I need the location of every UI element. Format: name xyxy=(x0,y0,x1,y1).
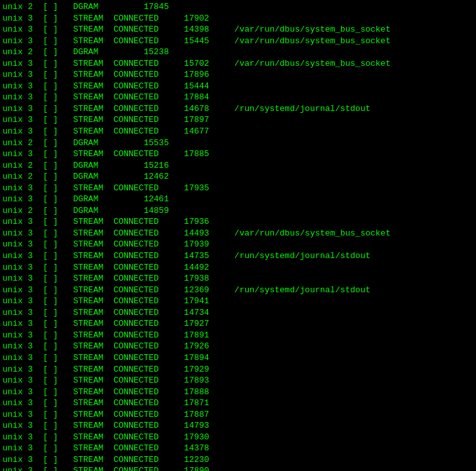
table-row: unix 3 [ ] STREAM CONNECTED 17891 xyxy=(3,330,473,341)
table-row: unix 3 [ ] STREAM CONNECTED 17927 xyxy=(3,318,473,330)
table-row: unix 3 [ ] STREAM CONNECTED 17887 xyxy=(3,409,473,421)
table-row: unix 3 [ ] STREAM CONNECTED 17897 xyxy=(3,114,473,126)
table-row: unix 3 [ ] STREAM CONNECTED 14398 /var/r… xyxy=(3,24,473,35)
table-row: unix 3 [ ] STREAM CONNECTED 14793 xyxy=(3,420,473,432)
table-row: unix 3 [ ] STREAM CONNECTED 17896 xyxy=(3,69,473,81)
table-row: unix 3 [ ] STREAM CONNECTED 17894 xyxy=(3,352,473,364)
table-row: unix 3 [ ] STREAM CONNECTED 17936 xyxy=(3,216,473,228)
table-row: unix 3 [ ] STREAM CONNECTED 14492 xyxy=(3,262,473,274)
table-row: unix 3 [ ] STREAM CONNECTED 14677 xyxy=(3,126,473,137)
table-row: unix 3 [ ] STREAM CONNECTED 15444 xyxy=(3,81,473,92)
table-row: unix 3 [ ] STREAM CONNECTED 17884 xyxy=(3,92,473,103)
table-row: unix 3 [ ] STREAM CONNECTED 14378 xyxy=(3,443,473,454)
table-row: unix 3 [ ] DGRAM 12461 xyxy=(3,194,473,205)
table-row: unix 3 [ ] STREAM CONNECTED 17890 xyxy=(3,465,473,471)
table-row: unix 3 [ ] STREAM CONNECTED 15702 /var/r… xyxy=(3,58,473,70)
table-row: unix 3 [ ] STREAM CONNECTED 17893 xyxy=(3,375,473,386)
table-row: unix 3 [ ] STREAM CONNECTED 14735 /run/s… xyxy=(3,250,473,262)
table-row: unix 3 [ ] STREAM CONNECTED 17871 xyxy=(3,397,473,409)
table-row: unix 3 [ ] STREAM CONNECTED 15445 /var/r… xyxy=(3,35,473,47)
table-row: unix 3 [ ] STREAM CONNECTED 17941 xyxy=(3,296,473,307)
table-row: unix 3 [ ] STREAM CONNECTED 17888 xyxy=(3,386,473,398)
table-row: unix 3 [ ] STREAM CONNECTED 17930 xyxy=(3,432,473,443)
table-row: unix 3 [ ] STREAM CONNECTED 17929 xyxy=(3,364,473,376)
table-row: unix 2 [ ] DGRAM 15216 xyxy=(3,160,473,172)
table-row: unix 3 [ ] STREAM CONNECTED 17885 xyxy=(3,148,473,160)
table-row: unix 3 [ ] STREAM CONNECTED 17902 xyxy=(3,13,473,25)
table-row: unix 2 [ ] DGRAM 15238 xyxy=(3,46,473,58)
table-row: unix 3 [ ] STREAM CONNECTED 14678 /run/s… xyxy=(3,103,473,115)
table-row: unix 3 [ ] STREAM CONNECTED 14734 xyxy=(3,307,473,319)
table-row: unix 2 [ ] DGRAM 12462 xyxy=(3,171,473,183)
table-row: unix 3 [ ] STREAM CONNECTED 17926 xyxy=(3,341,473,352)
table-row: unix 2 [ ] DGRAM 17845 xyxy=(3,1,473,13)
terminal: unix 2 [ ] DGRAM 17845 unix 3 [ ] STREAM… xyxy=(0,0,476,471)
table-row: unix 2 [ ] DGRAM 14859 xyxy=(3,205,473,217)
table-row: unix 3 [ ] STREAM CONNECTED 12369 /run/s… xyxy=(3,285,473,296)
table-row: unix 2 [ ] DGRAM 15535 xyxy=(3,137,473,149)
table-row: unix 3 [ ] STREAM CONNECTED 14493 /var/r… xyxy=(3,228,473,239)
table-row: unix 3 [ ] STREAM CONNECTED 12230 xyxy=(3,454,473,466)
table-row: unix 3 [ ] STREAM CONNECTED 17935 xyxy=(3,183,473,194)
table-row: unix 3 [ ] STREAM CONNECTED 17938 xyxy=(3,273,473,285)
table-row: unix 3 [ ] STREAM CONNECTED 17939 xyxy=(3,239,473,250)
